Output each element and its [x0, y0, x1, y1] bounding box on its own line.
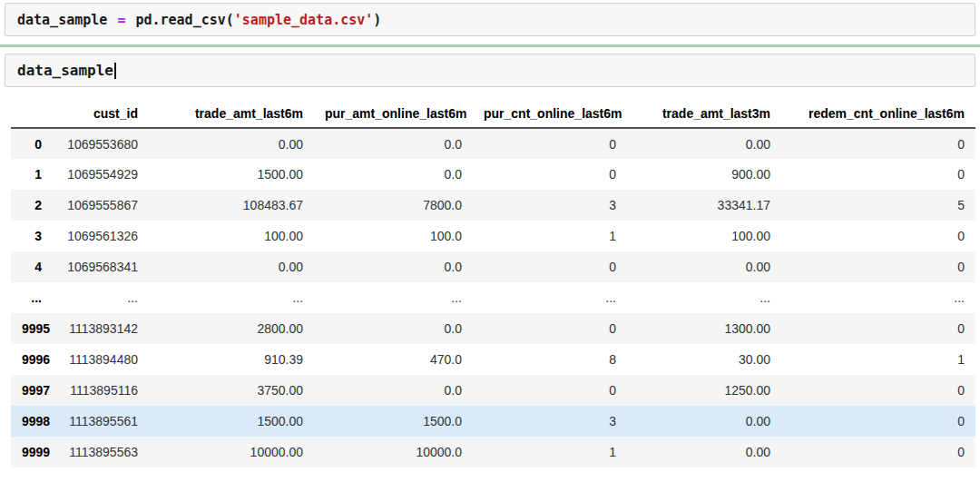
table-cell: 0: [473, 313, 627, 344]
column-header: trade_amt_last3m: [627, 99, 781, 128]
table-cell: 0: [473, 375, 627, 406]
code-assign-operator: =: [115, 12, 127, 28]
table-cell: 10000.00: [149, 437, 314, 467]
table-row: 010695536800.000.000.000: [11, 128, 975, 159]
column-header: pur_amt_online_last6m: [314, 99, 473, 128]
table-cell: ...: [149, 282, 314, 313]
table-cell: 2800.00: [149, 313, 314, 344]
table-cell: 1: [473, 221, 627, 251]
dataframe-header: cust_idtrade_amt_last6mpur_amt_online_la…: [11, 99, 975, 128]
table-cell: 30.00: [627, 344, 781, 375]
table-row: 410695683410.000.000.000: [11, 251, 975, 282]
table-row: .....................: [11, 282, 975, 313]
table-cell: 1300.00: [627, 313, 781, 344]
table-cell: 0.0: [314, 128, 473, 159]
cell-divider-line: [0, 44, 980, 47]
table-cell: 0.00: [627, 437, 781, 467]
table-cell: 0.00: [627, 406, 781, 437]
table-cell: 910.39: [149, 344, 314, 375]
row-index: 1: [11, 159, 53, 190]
row-index: 9996: [11, 344, 53, 375]
table-cell: 1069561326: [53, 221, 149, 251]
table-cell: 1113893142: [53, 313, 149, 344]
code-cell-display-dataframe[interactable]: data_sample: [5, 54, 975, 87]
code-space: [107, 12, 115, 28]
table-cell: 900.00: [627, 159, 781, 190]
row-index: 9995: [11, 313, 53, 344]
table-cell: ...: [627, 282, 781, 313]
table-cell: 1250.00: [627, 375, 781, 406]
table-cell: 1069553680: [53, 128, 149, 159]
table-cell: 0: [473, 251, 627, 282]
table-cell: 0.00: [627, 128, 781, 159]
table-cell: 0: [781, 313, 975, 344]
table-cell: 1069568341: [53, 251, 149, 282]
table-cell: 7800.0: [314, 190, 473, 221]
table-cell: 0: [781, 159, 975, 190]
table-cell: 108483.67: [149, 190, 314, 221]
table-row: 21069555867108483.677800.0333341.175: [11, 190, 975, 221]
table-cell: 100.0: [314, 221, 473, 251]
table-cell: 0.0: [314, 159, 473, 190]
table-row: 9999111389556310000.0010000.010.000: [11, 437, 975, 467]
table-cell: 100.00: [627, 221, 781, 251]
table-cell: 470.0: [314, 344, 473, 375]
table-cell: 10000.0: [314, 437, 473, 467]
table-cell: 0.0: [314, 313, 473, 344]
table-cell: 1113895116: [53, 375, 149, 406]
row-index: 2: [11, 190, 53, 221]
table-cell: 3750.00: [149, 375, 314, 406]
table-cell: 0.00: [627, 251, 781, 282]
dataframe-body: 010695536800.000.000.000110695549291500.…: [11, 128, 975, 467]
table-cell: 0: [781, 406, 975, 437]
table-cell: 0: [781, 375, 975, 406]
column-header: cust_id: [53, 99, 149, 128]
code-variable: data_sample: [17, 12, 107, 28]
table-row: 999711138951163750.000.001250.000: [11, 375, 975, 406]
column-header: trade_amt_last6m: [149, 99, 314, 128]
column-header: pur_cnt_online_last6m: [473, 99, 627, 128]
table-cell: 3: [473, 406, 627, 437]
table-cell: 0.00: [149, 251, 314, 282]
row-index: ...: [11, 282, 53, 313]
code-string-literal: 'sample_data.csv': [234, 12, 374, 28]
table-row: 31069561326100.00100.01100.000: [11, 221, 975, 251]
row-index: 0: [11, 128, 53, 159]
code-cell-read-csv[interactable]: data_sample = pd.read_csv('sample_data.c…: [5, 3, 975, 36]
notebook-page: data_sample = pd.read_csv('sample_data.c…: [0, 0, 980, 482]
table-cell: 100.00: [149, 221, 314, 251]
table-cell: 0: [473, 159, 627, 190]
row-index: 9998: [11, 406, 53, 437]
table-cell: 3: [473, 190, 627, 221]
table-cell: 1500.0: [314, 406, 473, 437]
dataframe-table: cust_idtrade_amt_last6mpur_amt_online_la…: [11, 99, 975, 467]
table-cell: 0: [781, 128, 975, 159]
table-row: 110695549291500.000.00900.000: [11, 159, 975, 190]
table-cell: ...: [781, 282, 975, 313]
table-cell: 0: [473, 128, 627, 159]
code-expression: data_sample: [17, 62, 113, 79]
table-cell: 5: [781, 190, 975, 221]
row-index: 9999: [11, 437, 53, 467]
table-cell: 0.0: [314, 251, 473, 282]
table-cell: 1113895561: [53, 406, 149, 437]
table-row: 999811138955611500.001500.030.000: [11, 406, 975, 437]
table-cell: ...: [473, 282, 627, 313]
table-cell: 1500.00: [149, 406, 314, 437]
dataframe-output-area: cust_idtrade_amt_last6mpur_amt_online_la…: [11, 99, 980, 467]
text-cursor: [114, 63, 116, 79]
row-index: 3: [11, 221, 53, 251]
code-close-paren: ): [373, 12, 381, 28]
row-index: 9997: [11, 375, 53, 406]
table-row: 999511138931422800.000.001300.000: [11, 313, 975, 344]
table-cell: 0: [781, 251, 975, 282]
table-cell: 0.00: [149, 128, 314, 159]
table-cell: 1113895563: [53, 437, 149, 467]
table-cell: 1113894480: [53, 344, 149, 375]
table-cell: 8: [473, 344, 627, 375]
index-column-header: [11, 99, 53, 128]
column-header: redem_cnt_online_last6m: [781, 99, 975, 128]
table-cell: 1: [781, 344, 975, 375]
table-cell: 1500.00: [149, 159, 314, 190]
table-row: 99961113894480910.39470.0830.001: [11, 344, 975, 375]
